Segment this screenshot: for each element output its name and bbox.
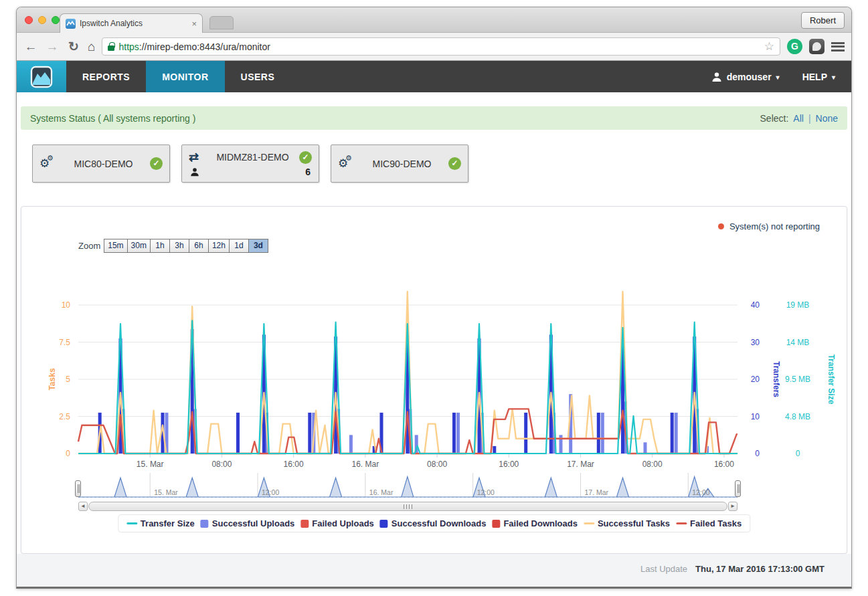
- home-icon[interactable]: ⌂: [88, 39, 95, 54]
- browser-menu-icon[interactable]: [831, 42, 845, 52]
- svg-text:12:00: 12:00: [477, 488, 495, 496]
- legend-square-marker: [300, 520, 309, 528]
- svg-text:7.5: 7.5: [59, 338, 70, 347]
- scroll-right-icon[interactable]: ►: [728, 502, 737, 511]
- legend-item[interactable]: Failed Downloads: [492, 518, 578, 528]
- svg-text:4.8 MB: 4.8 MB: [785, 412, 810, 421]
- url-bar[interactable]: https://mirep-demo:8443/ura/monitor ☆: [102, 37, 780, 56]
- not-reporting-label: System(s) not reporting: [729, 221, 820, 231]
- refresh-icon[interactable]: ↻: [66, 39, 81, 54]
- browser-profile-button[interactable]: Robert: [801, 12, 845, 29]
- person-icon: [190, 167, 199, 177]
- svg-text:Transfers: Transfers: [772, 361, 781, 397]
- extension-icon[interactable]: [809, 39, 824, 54]
- svg-text:19 MB: 19 MB: [786, 300, 810, 310]
- last-update-value: Thu, 17 Mar 2016 17:13:00 GMT: [695, 564, 824, 574]
- systems-status-bar: Systems Status ( All systems reporting )…: [21, 106, 847, 130]
- navigator-right-handle[interactable]: [735, 480, 741, 497]
- legend-item[interactable]: Failed Tasks: [676, 518, 742, 528]
- help-menu[interactable]: HELP ▾: [802, 72, 835, 82]
- select-label: Select:: [760, 113, 789, 124]
- legend-item[interactable]: Transfer Size: [126, 518, 195, 528]
- primary-nav-items: REPORTSMONITORUSERS: [66, 61, 290, 92]
- zoom-button-3d[interactable]: 3d: [248, 239, 268, 253]
- svg-text:40: 40: [751, 300, 760, 310]
- chart-scrollbar[interactable]: ◄ ►: [78, 502, 737, 511]
- main-chart[interactable]: 15. Mar08:0016:0016. Mar08:0016:0017. Ma…: [21, 278, 849, 474]
- nav-item-monitor[interactable]: MONITOR: [146, 61, 224, 92]
- chart-navigator[interactable]: 15. Mar12:0016. Mar12:0017. Mar12:00: [78, 473, 737, 500]
- app-navbar: REPORTSMONITORUSERS demouser ▾ HELP ▾: [17, 61, 851, 92]
- legend-label: Failed Tasks: [690, 518, 742, 528]
- svg-text:17. Mar: 17. Mar: [567, 460, 594, 469]
- minimize-window-button[interactable]: [38, 16, 46, 24]
- zoom-button-3h[interactable]: 3h: [169, 239, 189, 253]
- tab-close-icon[interactable]: ×: [191, 19, 197, 29]
- system-card[interactable]: ⚙⚙MIC80-DEMO ✓: [32, 144, 170, 183]
- nav-item-reports[interactable]: REPORTS: [66, 61, 146, 92]
- svg-text:16. Mar: 16. Mar: [351, 460, 379, 469]
- system-name: MIDMZ81-DEMO: [206, 152, 299, 163]
- bookmark-star-icon[interactable]: ☆: [764, 39, 774, 54]
- legend-item[interactable]: Successful Downloads: [380, 518, 487, 528]
- status-ok-icon: ✓: [299, 151, 312, 164]
- select-none-link[interactable]: None: [816, 113, 838, 124]
- svg-text:16:00: 16:00: [714, 460, 734, 469]
- zoom-button-6h[interactable]: 6h: [189, 239, 209, 253]
- select-separator: |: [808, 113, 811, 124]
- browser-titlebar: Ipswitch Analytics × Robert: [17, 7, 851, 33]
- scrollbar-track[interactable]: [88, 502, 727, 511]
- select-all-link[interactable]: All: [793, 113, 804, 124]
- zoom-button-15m[interactable]: 15m: [104, 239, 127, 253]
- gears-icon: ⚙⚙: [338, 157, 355, 171]
- svg-text:Transfer Size: Transfer Size: [827, 355, 836, 405]
- nav-item-users[interactable]: USERS: [225, 61, 291, 92]
- tab-favicon-icon: [66, 19, 76, 29]
- zoom-button-12h[interactable]: 12h: [208, 239, 230, 253]
- legend-line-marker: [126, 522, 137, 524]
- app-logo[interactable]: [17, 61, 66, 92]
- forward-arrow-icon[interactable]: →: [45, 39, 60, 54]
- systems-status-title: Systems Status ( All systems reporting ): [30, 113, 195, 124]
- system-card[interactable]: ⇄MIDMZ81-DEMO ✓6: [181, 144, 319, 183]
- scroll-left-icon[interactable]: ◄: [78, 502, 88, 511]
- close-window-button[interactable]: [25, 16, 33, 24]
- system-card[interactable]: ⚙⚙MIC90-DEMO ✓: [331, 144, 468, 183]
- new-tab-button[interactable]: [209, 16, 234, 29]
- zoom-button-1d[interactable]: 1d: [229, 239, 249, 253]
- grammarly-extension-icon[interactable]: G: [787, 39, 802, 54]
- user-menu[interactable]: demouser ▾: [711, 72, 780, 82]
- legend-line-marker: [676, 522, 687, 524]
- legend-label: Successful Tasks: [598, 518, 670, 528]
- navigator-left-handle[interactable]: [75, 480, 81, 497]
- svg-text:5: 5: [66, 375, 70, 384]
- browser-toolbar: ← → ↻ ⌂ https://mirep-demo:8443/ura/moni…: [17, 33, 851, 61]
- legend-label: Successful Uploads: [212, 518, 295, 528]
- system-cards: ⚙⚙MIC80-DEMO ✓ ⇄MIDMZ81-DEMO ✓6 ⚙⚙MIC90-…: [32, 144, 468, 183]
- gears-icon: ⚙⚙: [39, 157, 57, 171]
- transfer-arrows-icon: ⇄: [189, 150, 206, 165]
- legend-item[interactable]: Successful Uploads: [201, 518, 295, 528]
- chevron-down-icon: ▾: [776, 74, 780, 81]
- legend-square-marker: [201, 520, 209, 528]
- legend-item[interactable]: Failed Uploads: [300, 518, 373, 528]
- zoom-button-1h[interactable]: 1h: [150, 239, 170, 253]
- fullscreen-window-button[interactable]: [52, 16, 60, 24]
- svg-text:2.5: 2.5: [59, 412, 70, 421]
- tab-title: Ipswitch Analytics: [80, 19, 187, 28]
- user-count: 6: [305, 167, 311, 177]
- svg-text:08:00: 08:00: [211, 460, 232, 469]
- svg-text:12:00: 12:00: [262, 488, 279, 496]
- chevron-down-icon: ▾: [832, 74, 835, 81]
- zoom-button-30m[interactable]: 30m: [127, 239, 151, 253]
- browser-tab[interactable]: Ipswitch Analytics ×: [60, 13, 203, 33]
- zoom-label: Zoom: [78, 241, 100, 251]
- browser-window: Ipswitch Analytics × Robert ← → ↻ ⌂ http…: [16, 7, 852, 589]
- svg-text:0: 0: [66, 449, 70, 458]
- legend-item[interactable]: Successful Tasks: [584, 518, 670, 528]
- svg-text:0: 0: [796, 449, 800, 458]
- svg-text:10: 10: [62, 300, 71, 310]
- scrollbar-grip[interactable]: [404, 504, 412, 509]
- back-arrow-icon[interactable]: ←: [23, 39, 38, 54]
- zoom-presets: Zoom 15m30m1h3h6h12h1d3d: [78, 239, 268, 253]
